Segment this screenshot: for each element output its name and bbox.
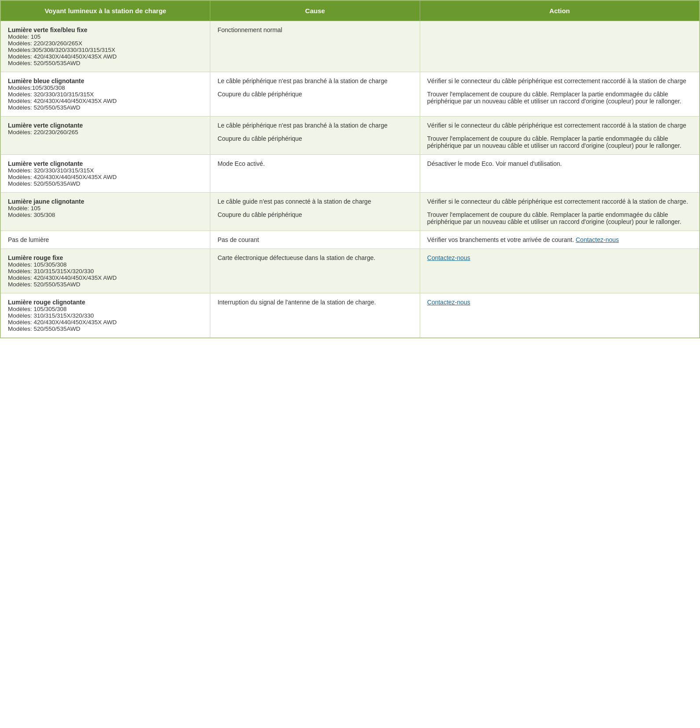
light-label: Lumière jaune clignotante [8, 198, 203, 205]
light-label: Lumière rouge fixe [8, 254, 203, 261]
model-text: Modèles: 220/230/260/265 [8, 129, 203, 135]
model-text: Modèles: 520/550/535AWD [8, 326, 203, 332]
cause-text: Le câble guide n'est pas connecté à la s… [217, 198, 412, 211]
action-text: Trouver l'emplacement de coupure du câbl… [427, 91, 692, 105]
header-col2: Cause [210, 1, 420, 21]
cause-text: Coupure du câble périphérique [217, 91, 412, 98]
light-label: Lumière bleue clignotante [8, 77, 203, 84]
action-text: Vérifier vos branchements et votre arriv… [427, 236, 692, 243]
cause-text: Le câble périphérique n'est pas branché … [217, 122, 412, 135]
cause-text: Le câble périphérique n'est pas branché … [217, 77, 412, 91]
cause-text: Carte électronique défectueuse dans la s… [217, 254, 412, 261]
action-text: Vérifier si le connecteur du câble périp… [427, 77, 692, 91]
model-text: Modèles: 420/430X/440/450X/435X AWD [8, 319, 203, 326]
model-text: Modèles: 105/305/308 [8, 306, 203, 312]
table-row: Lumière verte clignotanteModèles: 220/23… [1, 117, 700, 155]
light-indicator-cell: Lumière rouge clignotanteModèles: 105/30… [1, 293, 210, 338]
light-indicator-cell: Lumière bleue clignotanteModèles:105/305… [1, 72, 210, 117]
light-label: Lumière verte clignotante [8, 122, 203, 129]
light-label: Pas de lumière [8, 236, 49, 243]
cause-cell: Le câble périphérique n'est pas branché … [210, 117, 420, 155]
cause-text: Mode Eco activé. [217, 160, 412, 167]
contact-link[interactable]: Contactez-nous [427, 299, 470, 306]
light-label: Lumière verte clignotante [8, 160, 203, 167]
model-text: Modèles: 420/430X/440/450X/435X AWD [8, 98, 203, 104]
action-cell [420, 21, 699, 72]
light-indicator-cell: Lumière verte clignotanteModèles: 320/33… [1, 155, 210, 193]
cause-text: Pas de courant [217, 236, 412, 243]
action-text: Trouver l'emplacement de coupure du câbl… [427, 135, 692, 149]
header-col3: Action [420, 1, 699, 21]
action-cell: Vérifier si le connecteur du câble périp… [420, 117, 699, 155]
light-indicator-cell: Lumière jaune clignotanteModèle: 105Modè… [1, 193, 210, 231]
action-cell: Contactez-nous [420, 249, 699, 293]
action-cell: Vérifier si le connecteur du câble périp… [420, 193, 699, 231]
table-row: Lumière jaune clignotanteModèle: 105Modè… [1, 193, 700, 231]
light-indicator-cell: Lumière verte fixe/bleu fixeModèle: 105M… [1, 21, 210, 72]
cause-text: Fonctionnement normal [217, 26, 412, 33]
light-indicator-cell: Pas de lumière [1, 231, 210, 249]
action-text: Désactiver le mode Eco. Voir manuel d'ut… [427, 160, 692, 167]
action-text: Trouver l'emplacement de coupure du câbl… [427, 211, 692, 225]
cause-text: Coupure du câble périphérique [217, 135, 412, 142]
contact-link[interactable]: Contactez-nous [427, 254, 470, 261]
light-label: Lumière rouge clignotante [8, 299, 203, 306]
action-cell: Vérifier vos branchements et votre arriv… [420, 231, 699, 249]
header-col1: Voyant lumineux à la station de charge [1, 1, 210, 21]
cause-cell: Fonctionnement normal [210, 21, 420, 72]
action-text: Vérifier si le connecteur du câble périp… [427, 122, 692, 135]
action-cell: Contactez-nous [420, 293, 699, 338]
cause-text: Interruption du signal de l'antenne de l… [217, 299, 412, 306]
cause-cell: Le câble périphérique n'est pas branché … [210, 72, 420, 117]
action-cell: Désactiver le mode Eco. Voir manuel d'ut… [420, 155, 699, 193]
model-text: Modèles: 520/550/535AWD [8, 281, 203, 288]
model-text: Modèles: 320/330/310/315/315X [8, 91, 203, 98]
light-indicator-cell: Lumière verte clignotanteModèles: 220/23… [1, 117, 210, 155]
cause-text: Coupure du câble périphérique [217, 211, 412, 218]
cause-cell: Pas de courant [210, 231, 420, 249]
model-text: Modèles: 220/230/260/265X [8, 40, 203, 47]
table-row: Pas de lumièrePas de courantVérifier vos… [1, 231, 700, 249]
table-row: Lumière rouge fixeModèles: 105/305/308Mo… [1, 249, 700, 293]
model-text: Modèles: 520/550/535AWD [8, 104, 203, 111]
cause-cell: Carte électronique défectueuse dans la s… [210, 249, 420, 293]
action-text: Vérifier si le connecteur du câble périp… [427, 198, 692, 211]
model-text: Modèles: 420/430X/440/450X/435X AWD [8, 53, 203, 60]
model-text: Modèles: 520/550/535AWD [8, 180, 203, 187]
model-text: Modèles: 420/430X/440/450X/435X AWD [8, 174, 203, 180]
light-indicator-cell: Lumière rouge fixeModèles: 105/305/308Mo… [1, 249, 210, 293]
model-text: Modèles: 305/308 [8, 212, 203, 218]
table-row: Lumière verte clignotanteModèles: 320/33… [1, 155, 700, 193]
model-text: Modèles:105/305/308 [8, 84, 203, 91]
light-label: Lumière verte fixe/bleu fixe [8, 26, 203, 33]
model-text: Modèles:305/308/320/330/310/315/315X [8, 47, 203, 53]
cause-cell: Mode Eco activé. [210, 155, 420, 193]
model-text: Modèles: 310/315/315X/320/330 [8, 268, 203, 274]
cause-cell: Le câble guide n'est pas connecté à la s… [210, 193, 420, 231]
model-text: Modèles: 420/430X/440/450X/435X AWD [8, 274, 203, 281]
model-text: Modèle: 105 [8, 205, 203, 212]
model-text: Modèles: 320/330/310/315/315X [8, 167, 203, 174]
model-text: Modèle: 105 [8, 33, 203, 40]
table-row: Lumière verte fixe/bleu fixeModèle: 105M… [1, 21, 700, 72]
model-text: Modèles: 520/550/535AWD [8, 60, 203, 66]
model-text: Modèles: 310/315/315X/320/330 [8, 312, 203, 319]
table-row: Lumière rouge clignotanteModèles: 105/30… [1, 293, 700, 338]
contact-link[interactable]: Contactez-nous [576, 236, 619, 243]
cause-cell: Interruption du signal de l'antenne de l… [210, 293, 420, 338]
model-text: Modèles: 105/305/308 [8, 261, 203, 268]
table-row: Lumière bleue clignotanteModèles:105/305… [1, 72, 700, 117]
action-cell: Vérifier si le connecteur du câble périp… [420, 72, 699, 117]
